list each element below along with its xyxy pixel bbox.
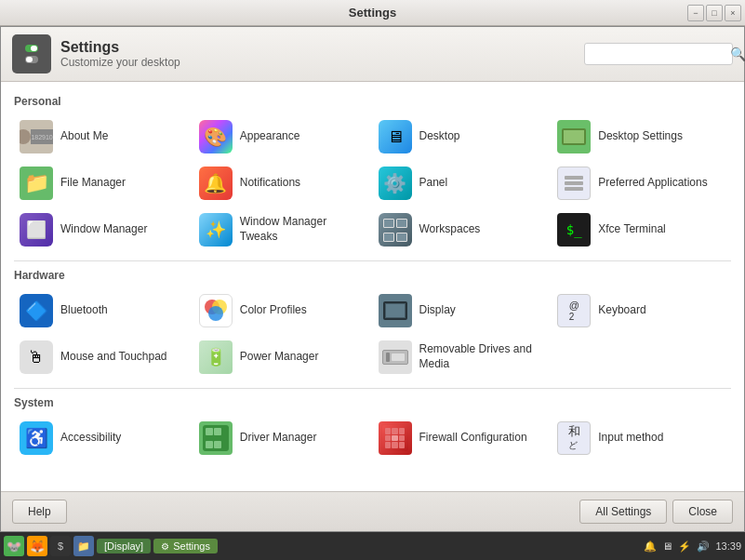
item-power-manager[interactable]: 🔋 Power Manager bbox=[193, 334, 373, 380]
removable-drives-label: Removable Drives and Media bbox=[419, 342, 547, 371]
content-area: Personal 1829102 About Me 🎨 Appearance bbox=[1, 82, 744, 491]
preferred-applications-icon bbox=[557, 167, 591, 200]
power-manager-label: Power Manager bbox=[240, 350, 319, 365]
taskbar-bell-icon: 🔔 bbox=[644, 540, 657, 553]
taskbar-active-window-label: Settings bbox=[173, 540, 210, 552]
file-manager-icon: 📁 bbox=[20, 167, 53, 200]
app-subtitle: Customize your desktop bbox=[60, 56, 180, 69]
input-method-icon: 和ど bbox=[557, 421, 591, 455]
taskbar-time: 13:39 bbox=[715, 540, 741, 552]
item-appearance[interactable]: 🎨 Appearance bbox=[193, 113, 373, 160]
toggle-row-2 bbox=[25, 56, 38, 63]
hardware-divider bbox=[14, 388, 731, 389]
panel-label: Panel bbox=[419, 176, 448, 191]
color-profiles-icon bbox=[199, 294, 233, 327]
item-window-manager[interactable]: ⬜ Window Manager bbox=[14, 207, 193, 253]
taskbar-app-1[interactable]: 🐭 bbox=[4, 536, 24, 556]
item-workspaces[interactable]: Workspaces bbox=[373, 207, 552, 253]
color-profiles-label: Color Profiles bbox=[240, 303, 307, 318]
notifications-label: Notifications bbox=[240, 176, 300, 191]
display-icon bbox=[379, 294, 412, 327]
item-desktop[interactable]: 🖥 Desktop bbox=[373, 113, 552, 160]
mouse-icon: 🖱 bbox=[20, 340, 53, 374]
close-button[interactable]: × bbox=[725, 5, 741, 21]
svg-point-2 bbox=[208, 306, 223, 321]
item-mouse-touchpad[interactable]: 🖱 Mouse and Touchpad bbox=[14, 334, 193, 380]
firewall-label: Firewall Configuration bbox=[419, 431, 527, 446]
workspaces-label: Workspaces bbox=[419, 222, 481, 237]
window-manager-label: Window Manager bbox=[60, 222, 147, 237]
removable-drives-icon bbox=[379, 340, 412, 374]
toggle-on bbox=[25, 45, 38, 52]
wm-tweaks-label: Window Manager Tweaks bbox=[240, 215, 367, 244]
taskbar-left: 🐭 🦊 $ 📁 [Display] ⚙ Settings bbox=[4, 536, 218, 556]
driver-manager-label: Driver Manager bbox=[240, 431, 317, 446]
bluetooth-icon: 🔷 bbox=[20, 294, 53, 327]
workspaces-icon bbox=[379, 213, 412, 247]
help-button[interactable]: Help bbox=[12, 500, 67, 524]
file-manager-label: File Manager bbox=[60, 176, 126, 191]
item-firewall-configuration[interactable]: Firewall Configuration bbox=[373, 415, 552, 461]
about-me-icon: 1829102 bbox=[20, 120, 53, 153]
notifications-icon: 🔔 bbox=[199, 167, 233, 200]
window-manager-icon: ⬜ bbox=[20, 213, 53, 247]
item-panel[interactable]: ⚙️ Panel bbox=[373, 160, 552, 207]
item-bluetooth[interactable]: 🔷 Bluetooth bbox=[14, 287, 193, 334]
item-removable-drives[interactable]: Removable Drives and Media bbox=[373, 334, 552, 380]
app-title: Settings bbox=[60, 39, 180, 56]
desktop-settings-icon bbox=[557, 120, 591, 153]
taskbar-app-2[interactable]: 🦊 bbox=[27, 536, 47, 556]
accessibility-label: Accessibility bbox=[60, 431, 121, 446]
taskbar-display-window[interactable]: [Display] bbox=[97, 539, 151, 553]
settings-icon bbox=[12, 34, 51, 73]
section-label-hardware: Hardware bbox=[14, 269, 731, 282]
search-box[interactable]: 🔍 bbox=[584, 43, 733, 65]
item-accessibility[interactable]: ♿ Accessibility bbox=[14, 415, 193, 461]
titlebar-title: Settings bbox=[349, 6, 396, 20]
header: Settings Customize your desktop 🔍 bbox=[1, 27, 744, 82]
item-about-me[interactable]: 1829102 About Me bbox=[14, 113, 193, 160]
xfce-terminal-icon: $_ bbox=[557, 213, 591, 247]
panel-icon: ⚙️ bbox=[379, 167, 412, 200]
taskbar-app-3[interactable]: $ bbox=[50, 536, 71, 556]
item-xfce-terminal[interactable]: $_ Xfce Terminal bbox=[552, 207, 731, 253]
system-grid: ♿ Accessibility Driver Manager bbox=[14, 415, 731, 474]
driver-manager-icon bbox=[199, 421, 233, 455]
item-display[interactable]: Display bbox=[373, 287, 552, 334]
personal-divider bbox=[14, 260, 731, 261]
section-label-personal: Personal bbox=[14, 95, 731, 108]
item-input-method[interactable]: 和ど Input method bbox=[552, 415, 731, 461]
item-notifications[interactable]: 🔔 Notifications bbox=[193, 160, 373, 207]
taskbar-volume-icon: 🔊 bbox=[697, 540, 710, 553]
firewall-icon bbox=[379, 421, 412, 455]
search-input[interactable] bbox=[591, 47, 730, 60]
taskbar-battery-icon: ⚡ bbox=[678, 540, 691, 553]
taskbar-active-window[interactable]: ⚙ Settings bbox=[153, 539, 218, 553]
preferred-applications-label: Preferred Applications bbox=[598, 176, 707, 191]
power-manager-icon: 🔋 bbox=[199, 340, 233, 374]
all-settings-button[interactable]: All Settings bbox=[579, 500, 667, 524]
wm-tweaks-icon: ✨ bbox=[199, 213, 233, 247]
mouse-touchpad-label: Mouse and Touchpad bbox=[60, 350, 167, 365]
taskbar: 🐭 🦊 $ 📁 [Display] ⚙ Settings 🔔 🖥 ⚡ 🔊 13:… bbox=[0, 532, 745, 560]
item-desktop-settings[interactable]: Desktop Settings bbox=[552, 113, 731, 160]
close-button[interactable]: Close bbox=[672, 500, 733, 524]
taskbar-app-4[interactable]: 📁 bbox=[73, 536, 94, 556]
item-color-profiles[interactable]: Color Profiles bbox=[193, 287, 373, 334]
bluetooth-label: Bluetooth bbox=[60, 303, 108, 318]
minimize-button[interactable]: − bbox=[687, 5, 704, 21]
taskbar-right: 🔔 🖥 ⚡ 🔊 13:39 bbox=[644, 540, 741, 553]
item-window-manager-tweaks[interactable]: ✨ Window Manager Tweaks bbox=[193, 207, 373, 253]
appearance-label: Appearance bbox=[240, 129, 300, 144]
taskbar-screen-icon: 🖥 bbox=[662, 540, 672, 552]
xfce-terminal-label: Xfce Terminal bbox=[598, 222, 665, 237]
main-window: Settings Customize your desktop 🔍 Person… bbox=[0, 26, 745, 532]
item-driver-manager[interactable]: Driver Manager bbox=[193, 415, 373, 461]
item-file-manager[interactable]: 📁 File Manager bbox=[14, 160, 193, 207]
item-keyboard[interactable]: @2 Keyboard bbox=[552, 287, 731, 334]
about-me-label: About Me bbox=[60, 129, 108, 144]
toggle-off bbox=[25, 56, 38, 63]
maximize-button[interactable]: □ bbox=[706, 5, 723, 21]
item-preferred-applications[interactable]: Preferred Applications bbox=[552, 160, 731, 207]
titlebar-controls: − □ × bbox=[687, 5, 741, 21]
